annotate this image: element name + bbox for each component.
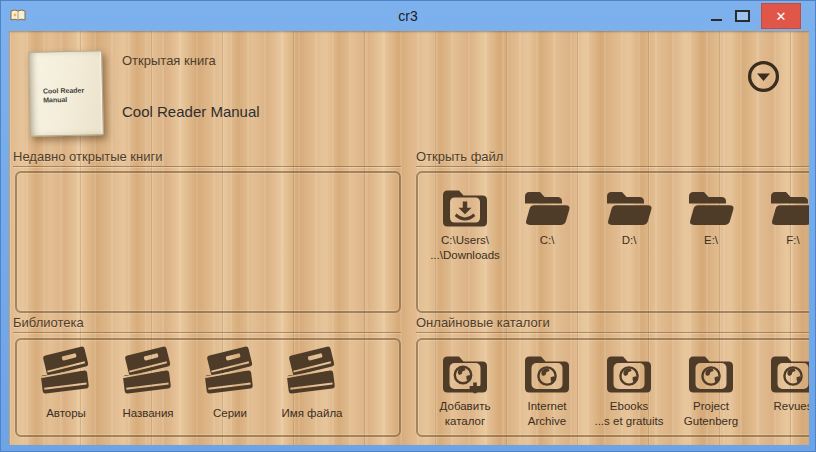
tile-label: D:\ [622,233,637,248]
folder-open-icon [522,183,572,229]
recent-books-list [15,171,401,313]
tile-label: C:\Users\ ...\Downloads [430,233,500,263]
catalog-ebooks[interactable]: Ebooks ...s et gratuits [588,349,670,429]
catalog-add[interactable]: Добавить каталог [424,349,506,429]
open-file-drive-d[interactable]: D:\ [588,183,670,248]
titlebar: cr3 ✕ [1,1,815,31]
tile-label: Revues [774,399,810,414]
open-file-drive-c[interactable]: C:\ [506,183,588,248]
cr3-window: cr3 ✕ Cool Reader Manual Открытая книга … [0,0,816,452]
folder-globe-icon [768,349,809,395]
library-panel: Авторы Названия [15,338,401,437]
folder-open-icon [686,183,736,229]
folder-globe-add-icon [440,349,490,395]
open-file-drive-e[interactable]: E:\ [670,183,752,248]
books-icon [119,346,177,402]
main-content: Cool Reader Manual Открытая книга Cool R… [9,31,809,445]
open-file-downloads[interactable]: C:\Users\ ...\Downloads [424,183,506,263]
tile-label: Имя файла [282,406,343,421]
books-icon [37,346,95,402]
library-titles[interactable]: Названия [107,346,189,421]
books-icon [283,346,341,402]
folder-open-icon [768,183,809,229]
window-title: cr3 [1,8,815,24]
maximize-button[interactable] [729,3,755,29]
tile-label: Internet Archive [528,399,567,429]
tile-label: Серии [213,406,247,421]
minimize-button[interactable] [703,3,729,29]
online-catalog-items: Добавить каталог Internet Archive Ebooks… [418,340,809,429]
minimize-icon [711,19,722,21]
library-series[interactable]: Серии [189,346,271,421]
folder-download-icon [440,183,490,229]
section-header-online-catalogs: Онлайновые каталоги [416,315,809,333]
tile-label: Авторы [46,406,86,421]
circle-down-arrow-icon [746,59,781,94]
books-icon [201,346,259,402]
section-header-library: Библиотека [13,315,401,333]
tile-label: F:\ [786,233,799,248]
catalog-gutenberg[interactable]: Project Gutenberg [670,349,752,429]
open-book-tile[interactable]: Cool Reader Manual Открытая книга Cool R… [15,41,345,151]
open-book-section-label: Открытая книга [122,53,216,68]
tile-label: Добавить каталог [440,399,491,429]
section-header-open-file: Открыть файл [416,149,809,167]
tile-label: E:\ [704,233,718,248]
open-file-drive-f[interactable]: F:\ [752,183,809,248]
tile-label: Названия [122,406,173,421]
window-controls: ✕ [703,3,801,29]
catalog-internet-archive[interactable]: Internet Archive [506,349,588,429]
book-cover: Cool Reader Manual [28,50,104,137]
tile-label: C:\ [540,233,555,248]
tile-label: Project Gutenberg [684,399,738,429]
maximize-icon [735,10,750,22]
online-catalogs-panel: Добавить каталог Internet Archive Ebooks… [416,338,809,437]
library-items: Авторы Названия [17,340,399,421]
folder-open-icon [604,183,654,229]
tile-label: Ebooks ...s et gratuits [594,399,663,429]
book-cover-title: Cool Reader Manual [43,86,89,106]
open-file-items: C:\Users\ ...\Downloads C:\ D:\ E:\ F:\ [418,173,809,263]
folder-globe-icon [522,349,572,395]
section-header-recent-books: Недавно открытые книги [13,149,401,167]
close-icon: ✕ [776,9,787,24]
library-filename[interactable]: Имя файла [271,346,353,421]
open-file-panel: C:\Users\ ...\Downloads C:\ D:\ E:\ F:\ [416,171,809,313]
close-button[interactable]: ✕ [761,3,801,29]
folder-globe-icon [686,349,736,395]
open-book-title: Cool Reader Manual [122,103,260,120]
menu-dropdown-button[interactable] [746,59,781,94]
folder-globe-icon [604,349,654,395]
library-authors[interactable]: Авторы [25,346,107,421]
catalog-revues[interactable]: Revues [752,349,809,414]
